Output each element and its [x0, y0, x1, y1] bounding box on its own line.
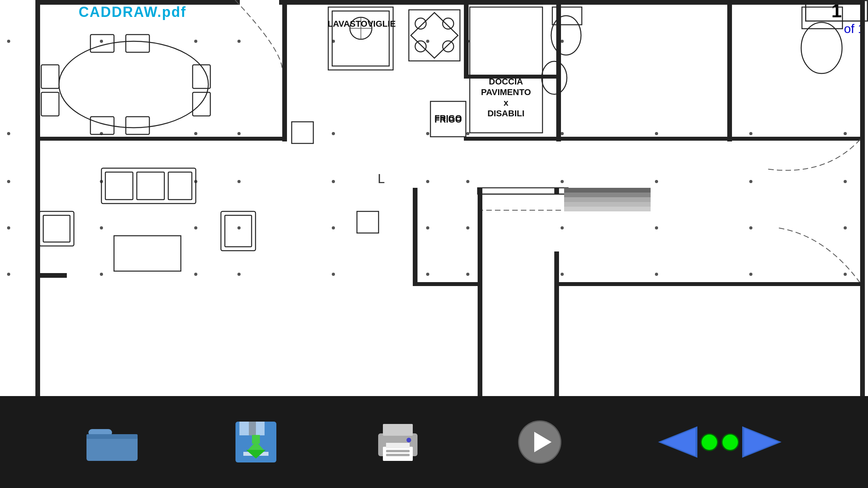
- svg-text:DOCCIA: DOCCIA: [489, 77, 523, 86]
- svg-rect-103: [39, 211, 74, 246]
- svg-rect-108: [357, 211, 379, 233]
- svg-rect-60: [860, 0, 865, 141]
- svg-rect-67: [126, 35, 149, 52]
- svg-point-26: [561, 180, 564, 183]
- svg-rect-102: [168, 172, 192, 200]
- toolbar: [0, 396, 868, 488]
- svg-point-37: [561, 226, 564, 229]
- svg-rect-99: [101, 168, 196, 204]
- svg-point-39: [749, 226, 752, 229]
- svg-point-24: [426, 180, 429, 183]
- svg-rect-114: [35, 273, 67, 278]
- svg-rect-131: [86, 434, 138, 439]
- svg-point-30: [7, 226, 10, 229]
- svg-point-14: [466, 132, 469, 135]
- svg-rect-79: [409, 10, 460, 61]
- svg-marker-152: [744, 428, 778, 456]
- play-button[interactable]: [516, 418, 563, 466]
- svg-point-88: [551, 16, 581, 55]
- svg-rect-70: [41, 65, 59, 88]
- svg-rect-125: [564, 202, 651, 207]
- svg-rect-58: [464, 0, 469, 79]
- svg-rect-100: [105, 172, 133, 200]
- svg-rect-116: [413, 282, 480, 286]
- svg-point-47: [466, 273, 469, 276]
- svg-point-11: [237, 132, 241, 135]
- svg-point-81: [415, 18, 426, 29]
- svg-rect-73: [193, 92, 210, 116]
- svg-rect-71: [41, 92, 59, 116]
- svg-point-15: [561, 132, 564, 135]
- svg-point-19: [7, 180, 10, 183]
- svg-point-34: [332, 226, 335, 229]
- svg-rect-92: [802, 7, 842, 29]
- svg-rect-121: [860, 141, 865, 396]
- svg-point-28: [749, 180, 752, 183]
- svg-rect-142: [386, 450, 410, 452]
- svg-point-51: [844, 273, 847, 276]
- svg-rect-122: [564, 188, 651, 193]
- floor-plan-svg: .plan-line { stroke: #222; stroke-width:…: [0, 0, 868, 396]
- svg-rect-140: [383, 424, 413, 436]
- drawing-area: CADDRAW.pdf 1 of 1 .plan-line { stroke: …: [0, 0, 868, 396]
- svg-rect-106: [221, 211, 256, 251]
- svg-point-41: [7, 273, 10, 276]
- svg-point-36: [466, 226, 469, 229]
- svg-point-10: [194, 132, 197, 135]
- svg-point-43: [194, 273, 197, 276]
- svg-point-18: [844, 132, 847, 135]
- svg-rect-59: [464, 0, 865, 4]
- svg-rect-101: [137, 172, 164, 200]
- svg-rect-126: [564, 207, 651, 211]
- svg-rect-107: [225, 215, 252, 247]
- open-folder-button[interactable]: [86, 420, 138, 464]
- svg-text:L: L: [377, 171, 385, 186]
- svg-point-1: [100, 40, 103, 43]
- svg-rect-117: [478, 188, 482, 396]
- svg-point-13: [426, 132, 429, 135]
- svg-text:LAVASTOVIGLIE: LAVASTOVIGLIE: [327, 19, 396, 29]
- svg-point-12: [332, 132, 335, 135]
- svg-point-144: [406, 438, 411, 442]
- svg-point-2: [194, 40, 197, 43]
- svg-point-31: [100, 226, 103, 229]
- svg-rect-105: [114, 236, 181, 271]
- svg-rect-115: [413, 188, 417, 282]
- svg-text:PAVIMENTO: PAVIMENTO: [481, 87, 531, 97]
- svg-rect-69: [126, 117, 149, 134]
- navigation-controls: [658, 426, 782, 458]
- nav-dot-1[interactable]: [701, 433, 718, 451]
- svg-rect-61: [727, 0, 732, 141]
- svg-point-40: [844, 226, 847, 229]
- svg-point-3: [237, 40, 241, 43]
- svg-marker-150: [661, 428, 695, 456]
- svg-rect-113: [35, 283, 40, 396]
- svg-point-48: [561, 273, 564, 276]
- svg-text:DISABILI: DISABILI: [487, 108, 524, 118]
- svg-point-82: [443, 18, 454, 29]
- svg-rect-57: [35, 137, 286, 141]
- svg-point-17: [749, 132, 752, 135]
- prev-button[interactable]: [658, 426, 697, 458]
- next-button[interactable]: [742, 426, 782, 458]
- svg-point-83: [415, 41, 426, 52]
- svg-rect-127: [292, 122, 313, 143]
- svg-point-65: [59, 41, 208, 128]
- svg-rect-104: [43, 215, 70, 242]
- svg-point-32: [194, 226, 197, 229]
- svg-rect-136: [252, 435, 260, 444]
- svg-rect-62: [464, 137, 865, 141]
- svg-point-7: [561, 40, 564, 43]
- svg-rect-119: [554, 251, 559, 396]
- svg-rect-118: [554, 188, 559, 194]
- svg-point-16: [655, 132, 658, 135]
- svg-point-42: [100, 273, 103, 276]
- nav-dot-2[interactable]: [721, 433, 739, 451]
- svg-text:FRIGO: FRIGO: [434, 113, 462, 123]
- download-button[interactable]: [232, 418, 280, 466]
- svg-rect-56: [282, 0, 287, 141]
- print-button[interactable]: [374, 418, 421, 466]
- svg-point-50: [749, 273, 752, 276]
- svg-point-29: [844, 180, 847, 183]
- svg-point-45: [332, 273, 335, 276]
